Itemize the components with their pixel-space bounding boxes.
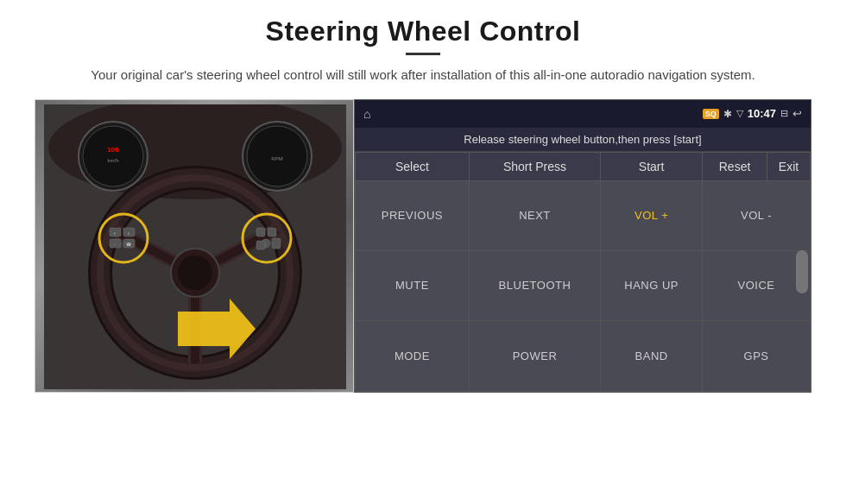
cell-vol-minus[interactable]: VOL -: [703, 180, 811, 250]
svg-text:100: 100: [107, 146, 119, 154]
svg-rect-31: [268, 228, 276, 236]
cell-band[interactable]: BAND: [601, 321, 703, 391]
svg-rect-34: [256, 241, 265, 249]
scroll-indicator[interactable]: [796, 250, 808, 293]
android-panel: ⌂ SQ ✱ ▽ 10:47 ⊟ ↩ Release steering whee…: [354, 99, 811, 393]
cell-bluetooth[interactable]: BLUETOOTH: [469, 250, 600, 320]
header-exit[interactable]: Exit: [767, 152, 811, 180]
content-row: 100 km/h RPM: [35, 99, 811, 393]
steering-wheel-image: 100 km/h RPM: [35, 100, 353, 392]
bluetooth-icon: ✱: [723, 108, 732, 120]
page-subtitle: Your original car's steering wheel contr…: [91, 66, 754, 85]
title-underline: [406, 53, 440, 55]
cell-next[interactable]: NEXT: [469, 180, 600, 250]
cell-power[interactable]: POWER: [469, 321, 600, 391]
table-row: PREVIOUS NEXT VOL + VOL -: [356, 180, 811, 250]
page-title: Steering Wheel Control: [266, 16, 581, 47]
cell-mode[interactable]: MODE: [356, 321, 470, 391]
svg-rect-33: [272, 238, 281, 249]
cell-previous[interactable]: PREVIOUS: [356, 180, 470, 250]
page-wrapper: Steering Wheel Control Your original car…: [0, 0, 846, 504]
steering-wheel-container: 100 km/h RPM: [35, 99, 354, 393]
svg-text:RPM: RPM: [271, 156, 282, 161]
status-time: 10:47: [748, 107, 776, 120]
home-icon: ⌂: [363, 107, 370, 121]
status-bar: ⌂ SQ ✱ ▽ 10:47 ⊟ ↩: [355, 100, 811, 128]
table-row: MUTE BLUETOOTH HANG UP VOICE: [356, 250, 811, 320]
cell-vol-plus[interactable]: VOL +: [601, 180, 703, 250]
sq-icon: SQ: [703, 109, 719, 119]
control-table: Select Short Press Start Reset Exit PREV…: [355, 152, 811, 392]
battery-icon: ⊟: [780, 108, 788, 119]
svg-point-19: [178, 255, 212, 290]
table-row: MODE POWER BAND GPS: [356, 321, 811, 391]
control-table-wrapper: Select Short Press Start Reset Exit PREV…: [355, 152, 811, 392]
cell-voice[interactable]: VOICE: [703, 250, 811, 320]
header-select[interactable]: Select: [356, 152, 470, 180]
header-start[interactable]: Start: [601, 152, 703, 180]
header-short-press[interactable]: Short Press: [469, 152, 600, 180]
info-bar: Release steering wheel button,then press…: [355, 128, 811, 152]
cell-gps[interactable]: GPS: [703, 321, 811, 391]
svg-point-3: [83, 126, 143, 186]
status-icons: SQ ✱ ▽ 10:47 ⊟ ↩: [703, 107, 802, 120]
svg-rect-30: [256, 228, 265, 236]
wifi-icon: ▽: [736, 108, 743, 119]
cell-mute[interactable]: MUTE: [356, 250, 470, 320]
cell-hang-up[interactable]: HANG UP: [601, 250, 703, 320]
svg-text:km/h: km/h: [107, 158, 118, 163]
svg-text:+: +: [114, 230, 117, 236]
back-icon: ↩: [792, 107, 802, 120]
header-reset[interactable]: Reset: [703, 152, 767, 180]
info-message: Release steering wheel button,then press…: [464, 133, 701, 146]
svg-text:☎: ☎: [126, 242, 131, 247]
table-header-row: Select Short Press Start Reset Exit: [356, 152, 811, 180]
